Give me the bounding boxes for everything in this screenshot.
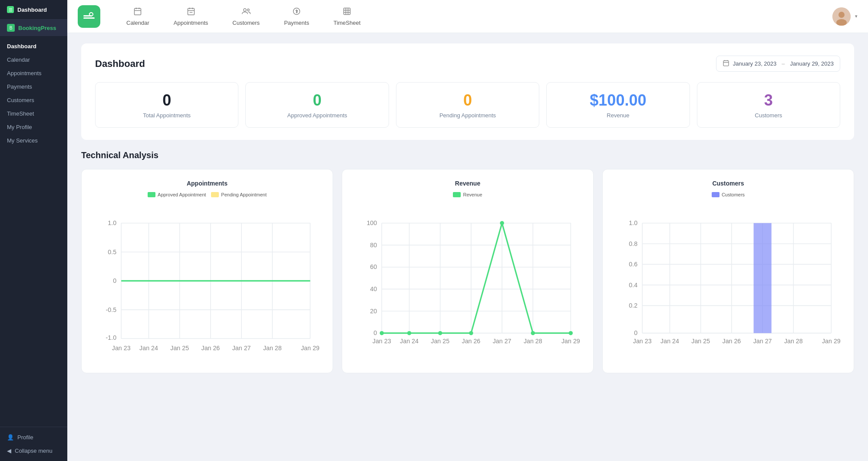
sidebar-item-payments[interactable]: Payments <box>0 80 67 93</box>
svg-text:Jan 24: Jan 24 <box>139 345 158 352</box>
revenue-label: Revenue <box>607 112 629 119</box>
sidebar-item-my-profile[interactable]: My Profile <box>0 120 67 134</box>
total-appointments-label: Total Appointments <box>143 112 191 119</box>
svg-text:100: 100 <box>366 219 377 226</box>
topnav-calendar[interactable]: Calendar <box>114 3 162 30</box>
revenue-chart-card: Revenue Revenue <box>342 169 594 373</box>
payments-nav-icon <box>292 7 301 18</box>
svg-text:Jan 28: Jan 28 <box>263 345 282 352</box>
legend-approved-swatch <box>148 192 155 197</box>
appointments-chart-card: Appointments Approved Appointment Pendin… <box>81 169 333 373</box>
sidebar-header-label: Dashboard <box>17 7 47 13</box>
svg-text:Jan 26: Jan 26 <box>201 345 220 352</box>
date-to: January 29, 2023 <box>790 60 834 67</box>
sidebar-brand[interactable]: B BookingPress <box>0 20 67 36</box>
pending-appointments-label: Pending Appointments <box>439 112 496 119</box>
approved-appointments-label: Approved Appointments <box>287 112 347 119</box>
sidebar-item-timesheet[interactable]: TimeSheet <box>0 107 67 120</box>
revenue-chart-title: Revenue <box>351 180 584 187</box>
stat-pending-appointments: 0 Pending Appointments <box>396 82 539 128</box>
svg-text:0.6: 0.6 <box>629 261 637 268</box>
svg-point-72 <box>438 331 442 335</box>
avatar-chevron-icon[interactable]: ▾ <box>855 13 858 19</box>
svg-point-74 <box>500 221 504 225</box>
topnav-payments[interactable]: Payments <box>272 3 321 30</box>
date-range-picker[interactable]: January 23, 2023 – January 29, 2023 <box>716 56 840 72</box>
svg-point-75 <box>531 331 535 335</box>
customers-value: 3 <box>764 91 773 109</box>
sidebar-nav: Dashboard Calendar Appointments Payments… <box>0 36 67 427</box>
calendar-nav-icon <box>133 7 142 18</box>
sidebar: ☰ Dashboard B BookingPress Dashboard Cal… <box>0 0 67 461</box>
legend-customers-swatch <box>712 192 719 197</box>
revenue-svg: 100 80 60 40 20 0 <box>351 202 584 361</box>
svg-text:80: 80 <box>370 242 377 249</box>
svg-point-12 <box>243 8 246 11</box>
svg-text:Jan 24: Jan 24 <box>400 338 419 345</box>
sidebar-item-profile[interactable]: 👤 Profile <box>0 431 67 444</box>
topnav-timesheet[interactable]: TimeSheet <box>321 3 373 30</box>
svg-text:Jan 23: Jan 23 <box>373 338 391 345</box>
svg-text:60: 60 <box>370 263 377 270</box>
revenue-chart-legend: Revenue <box>351 192 584 197</box>
topnav-customers-label: Customers <box>232 20 260 26</box>
sidebar-item-calendar[interactable]: Calendar <box>0 53 67 66</box>
app-logo <box>78 5 100 28</box>
svg-text:Jan 28: Jan 28 <box>524 338 542 345</box>
sidebar-item-customers[interactable]: Customers <box>0 93 67 107</box>
svg-text:Jan 29: Jan 29 <box>301 345 320 352</box>
svg-text:0: 0 <box>373 329 377 336</box>
svg-text:0: 0 <box>113 277 116 284</box>
svg-rect-23 <box>723 61 729 66</box>
date-separator: – <box>782 60 785 67</box>
svg-text:Jan 25: Jan 25 <box>691 338 710 345</box>
svg-text:Jan 26: Jan 26 <box>723 338 741 345</box>
svg-text:Jan 23: Jan 23 <box>633 338 652 345</box>
svg-text:-1.0: -1.0 <box>106 334 117 341</box>
legend-approved: Approved Appointment <box>148 192 206 197</box>
svg-rect-3 <box>135 8 141 15</box>
timesheet-nav-icon <box>343 7 351 18</box>
brand-icon: B <box>7 24 15 32</box>
profile-label: Profile <box>17 434 33 441</box>
stat-customers: 3 Customers <box>697 82 840 128</box>
topnav-items: Calendar Appointments Customers Payments <box>114 3 832 30</box>
sidebar-item-appointments[interactable]: Appointments <box>0 66 67 80</box>
svg-rect-1 <box>83 17 95 19</box>
legend-customers: Customers <box>712 192 745 197</box>
sidebar-header: ☰ Dashboard <box>0 0 67 20</box>
collapse-label: Collapse menu <box>15 448 53 454</box>
legend-approved-label: Approved Appointment <box>158 192 206 197</box>
technical-analysis-section: Technical Analysis Appointments Approved… <box>81 150 854 373</box>
svg-text:-0.5: -0.5 <box>106 306 117 313</box>
legend-revenue-label: Revenue <box>463 192 482 197</box>
svg-text:1.0: 1.0 <box>629 219 637 226</box>
main-area: Calendar Appointments Customers Payments <box>67 0 868 461</box>
svg-text:Jan 27: Jan 27 <box>753 338 772 345</box>
svg-text:0: 0 <box>634 329 637 336</box>
svg-point-71 <box>407 331 411 335</box>
svg-text:0.2: 0.2 <box>629 302 637 309</box>
sidebar-item-my-services[interactable]: My Services <box>0 134 67 147</box>
svg-text:Jan 25: Jan 25 <box>431 338 449 345</box>
customers-chart-card: Customers Customers <box>602 169 854 373</box>
topnav: Calendar Appointments Customers Payments <box>67 0 868 33</box>
svg-text:Jan 27: Jan 27 <box>232 345 251 352</box>
customers-chart-title: Customers <box>611 180 845 187</box>
technical-analysis-title: Technical Analysis <box>81 150 854 160</box>
sidebar-item-collapse[interactable]: ◀ Collapse menu <box>0 444 67 458</box>
topnav-calendar-label: Calendar <box>126 20 149 26</box>
dashboard-main-card: Dashboard January 23, 2023 – January 29,… <box>81 43 854 140</box>
profile-icon: 👤 <box>7 434 14 441</box>
topnav-appointments[interactable]: Appointments <box>162 3 221 30</box>
user-avatar[interactable] <box>832 7 851 26</box>
svg-text:0.4: 0.4 <box>629 282 637 289</box>
svg-rect-15 <box>344 8 350 14</box>
approved-appointments-value: 0 <box>313 91 322 109</box>
stat-approved-appointments: 0 Approved Appointments <box>245 82 389 128</box>
sidebar-item-dashboard[interactable]: Dashboard <box>0 40 67 53</box>
dashboard-header: Dashboard January 23, 2023 – January 29,… <box>95 56 840 72</box>
topnav-payments-label: Payments <box>284 20 309 26</box>
topnav-customers[interactable]: Customers <box>220 3 272 30</box>
avatar-image <box>832 7 851 26</box>
